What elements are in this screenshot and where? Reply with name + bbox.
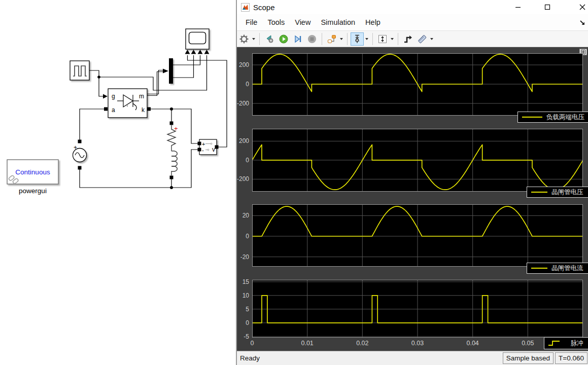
- port-square: [198, 142, 201, 145]
- step-back-button[interactable]: [263, 32, 276, 46]
- dropdown-caret-icon[interactable]: [430, 38, 433, 40]
- vm-minus-label: -: [202, 147, 204, 153]
- step-back-icon: [264, 34, 274, 44]
- status-bar: Ready Sample based T=0.060: [237, 351, 588, 365]
- toolbar-separator: [347, 33, 348, 45]
- stop-button[interactable]: [305, 32, 319, 46]
- port-square-a: [104, 107, 108, 111]
- wire-anode-to-source: [80, 109, 104, 140]
- title-bar: Scope: [237, 0, 588, 14]
- dropdown-caret-icon[interactable]: [365, 38, 368, 40]
- measurements-ruler-button[interactable]: [416, 32, 429, 46]
- toolbar-separator: [398, 33, 398, 45]
- toolbar-separator: [322, 33, 322, 45]
- wire-pulse-to-gate: [89, 70, 103, 96]
- ruler-icon: [417, 34, 427, 44]
- toolbar-separator: [259, 33, 260, 45]
- x-tick-label: 0.01: [296, 340, 319, 347]
- wire-bottom-rail: [80, 150, 198, 188]
- arrowhead-demux: [163, 69, 168, 74]
- y-tick-label: 0: [236, 319, 249, 326]
- span-y-axis-button[interactable]: [376, 32, 389, 46]
- close-button[interactable]: [575, 1, 588, 13]
- legend-thyristor-voltage[interactable]: 晶闸管电压: [527, 187, 588, 198]
- run-icon: [279, 34, 289, 44]
- cursor-measurements-icon: [352, 34, 362, 44]
- y-tick-label: -200: [236, 175, 249, 182]
- scope-block[interactable]: [185, 29, 210, 54]
- y-tick-label: 5: [236, 306, 249, 313]
- scope-window: Scope File Tools View Simulation Help: [236, 0, 588, 365]
- port-square-k: [147, 107, 151, 111]
- y-axis-labels: 200-20: [237, 204, 250, 267]
- dropdown-caret-icon[interactable]: [252, 38, 255, 40]
- legend-label: 晶闸管电流: [551, 264, 583, 273]
- menu-view[interactable]: View: [290, 16, 315, 28]
- menu-help[interactable]: Help: [361, 16, 385, 28]
- junction-dot: [97, 76, 100, 79]
- y-tick-label: 15: [236, 278, 249, 285]
- powergui-block[interactable]: Continuous powergui: [7, 160, 58, 195]
- powergui-name-label: powergui: [19, 187, 47, 195]
- legend-line-sample: [531, 268, 547, 269]
- y-tick-label: 200: [236, 137, 249, 144]
- y-axis-labels: 151050-5: [237, 280, 250, 338]
- pulse-generator-block[interactable]: [70, 61, 89, 80]
- menu-simulation[interactable]: Simulation: [316, 16, 360, 28]
- layout-signals-button[interactable]: [325, 32, 338, 46]
- legend-thyristor-current[interactable]: 晶闸管电流: [527, 263, 588, 274]
- settings-gear-button[interactable]: [237, 32, 251, 46]
- minimize-button[interactable]: [510, 1, 526, 13]
- menu-bar: File Tools View Simulation Help: [237, 14, 588, 30]
- scope-input-ports: [185, 50, 210, 54]
- legend-line-sample: [531, 192, 547, 193]
- scope-plot-pulse: 151050-5: [237, 280, 588, 338]
- ac-voltage-source-block[interactable]: +: [73, 140, 87, 170]
- stop-icon: [307, 34, 317, 44]
- status-sample-mode: Sample based: [503, 352, 554, 364]
- menu-tools[interactable]: Tools: [263, 16, 289, 28]
- x-tick-label: 0.02: [351, 340, 373, 347]
- legend-label: 脉冲: [571, 339, 583, 348]
- toolbar: [237, 30, 588, 47]
- x-tick-label: 0: [241, 340, 263, 347]
- trigger-icon: [403, 34, 413, 44]
- x-tick-label: 0.03: [406, 340, 429, 347]
- port-square: [215, 145, 219, 149]
- thyristor-block[interactable]: g a m k: [104, 89, 151, 118]
- axes-load-voltage: [252, 53, 583, 116]
- dock-arrow-icon[interactable]: [579, 19, 586, 26]
- port-label-g: g: [112, 93, 115, 100]
- series-rlc-branch-block[interactable]: +: [167, 122, 178, 179]
- demux-block[interactable]: [169, 58, 173, 84]
- run-button[interactable]: [277, 32, 290, 46]
- trigger-button[interactable]: [401, 32, 414, 46]
- powergui-mode-label: Continuous: [15, 168, 50, 176]
- menu-file[interactable]: File: [241, 16, 262, 28]
- y-tick-label: 200: [236, 61, 249, 68]
- port-square: [170, 176, 174, 179]
- legend-line-sample: [522, 117, 542, 118]
- y-axis-labels: 2000-200: [237, 53, 250, 116]
- wire-demux2-to-scope2: [173, 55, 194, 78]
- step-forward-button[interactable]: [291, 32, 304, 46]
- legend-load-voltage[interactable]: 负载两端电压: [517, 112, 588, 123]
- step-forward-icon: [293, 34, 303, 44]
- span-arrows-icon: [377, 34, 388, 44]
- dropdown-caret-icon[interactable]: [340, 38, 343, 40]
- dropdown-caret-icon[interactable]: [391, 38, 394, 40]
- wire-m-vector-inner: [147, 72, 163, 96]
- voltage-measurement-block[interactable]: + - v: [198, 139, 219, 155]
- junction-dot: [170, 186, 173, 189]
- scope-plot-thyristor-voltage: 2000-200: [237, 129, 588, 192]
- maximize-button[interactable]: [540, 1, 555, 13]
- minimize-icon: [514, 4, 522, 11]
- scope-screen-icon: [189, 32, 206, 44]
- y-tick-label: 0: [236, 157, 249, 164]
- legend-pulse[interactable]: 脉冲: [544, 337, 588, 349]
- window-title: Scope: [253, 3, 275, 12]
- maximize-icon: [544, 4, 551, 11]
- arrowhead-gate: [103, 94, 108, 99]
- legend-step-sample: [547, 340, 562, 347]
- cursor-measurements-button[interactable]: [351, 32, 364, 46]
